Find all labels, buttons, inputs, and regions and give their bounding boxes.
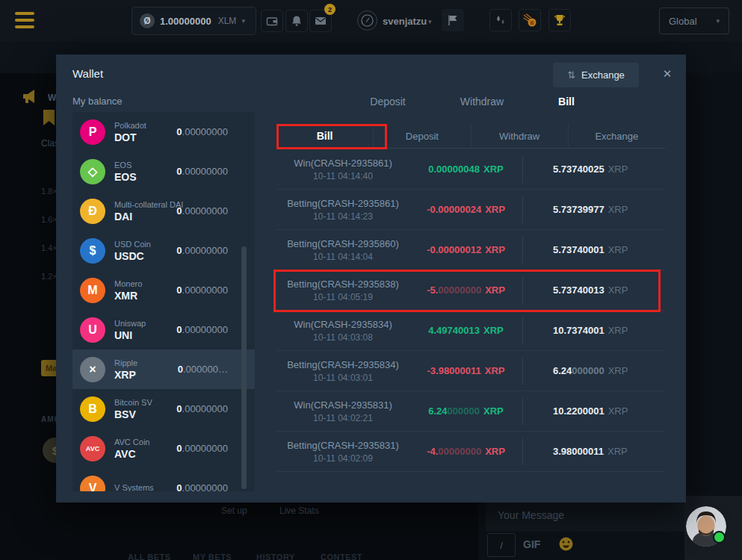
wallet-button[interactable] [261, 10, 283, 32]
coin-balance: 0.00000000 [176, 284, 228, 296]
coin-icon: U [80, 317, 105, 343]
coin-name: EOS [114, 161, 137, 169]
footer-tab[interactable]: HISTORY [256, 553, 295, 560]
transaction-amount: 4.49740013XRP [409, 325, 522, 336]
contest-button[interactable] [548, 9, 571, 31]
coin-balance-frac: .00000000 [182, 443, 228, 454]
footer-tab[interactable]: CONTEST [321, 553, 362, 560]
wallet-tabs: DepositWithdrawBill [276, 96, 665, 113]
transaction-row: Betting(CRASH-2935860) 10-11 04:14:04 -0… [276, 230, 665, 270]
multiplier-axis: 1.8×1.6×1.4×1.2× [41, 187, 58, 300]
transaction-row: Betting(CRASH-2935838) 10-11 04:05:19 -5… [276, 270, 665, 311]
coin-row[interactable]: V V Systems 0.00000000 [72, 468, 255, 491]
username[interactable]: svenjatzu [383, 16, 427, 27]
coin-name: Polkadot [114, 121, 146, 130]
wallet-tab-deposit[interactable]: Deposit [370, 96, 405, 108]
transaction-time: 10-11 04:02:09 [276, 453, 409, 464]
close-icon[interactable]: ✕ [658, 65, 676, 83]
menu-icon[interactable] [15, 12, 34, 32]
xlm-coin-icon: Ø [140, 13, 155, 28]
exchange-button[interactable]: ⇅ Exchange [553, 63, 639, 87]
chevron-down-icon: ▾ [428, 18, 432, 25]
transaction-amount: -5.00000000XRP [409, 284, 522, 296]
coin-balance-int: 0 [176, 324, 182, 335]
coin-balance-int: 0 [176, 126, 182, 137]
coin-row[interactable]: M Monero XMR 0.00000000 [72, 270, 255, 310]
coin-icon: B [80, 396, 105, 422]
transaction-balance: 5.73739977XRP [523, 204, 665, 215]
mail-badge: 2 [324, 4, 336, 15]
transaction-label: Betting(CRASH-2935831) 10-11 04:02:09 [276, 440, 409, 464]
currency-label: XLM [218, 16, 237, 26]
footer-tab[interactable]: ALL BETS [128, 553, 171, 560]
user-avatar-icon[interactable] [357, 10, 377, 31]
subtab-exchange[interactable]: Exchange [569, 124, 665, 148]
topbar: Ø 1.00000000 XLM ▾ 2 svenjatzu ▾ B [0, 0, 742, 42]
notifications-button[interactable] [285, 10, 308, 32]
bill-subtabs: BillDepositWithdrawExchange [276, 124, 665, 149]
coin-row[interactable]: ◇ EOS EOS 0.00000000 [72, 152, 255, 191]
coin-text: Uniswap UNI [114, 319, 146, 341]
multiplier-label: 1.6× [41, 215, 58, 243]
coin-row[interactable]: P Polkadot DOT 0.00000000 [72, 112, 255, 152]
transaction-balance: 6.24000000XRP [523, 365, 665, 376]
coin-balance-int: 0 [176, 205, 182, 217]
live-stats-tab[interactable]: Live Stats [279, 505, 319, 516]
rain-button[interactable] [489, 9, 512, 31]
coin-text: USD Coin USDC [114, 240, 151, 262]
slash-command-button[interactable]: / [487, 533, 516, 557]
wallet-modal: Wallet ⇅ Exchange ✕ My balance P Polkado… [56, 55, 686, 503]
rain-icon [494, 13, 507, 27]
coin-text: V Systems [114, 483, 154, 492]
coin-text: Ripple XRP [114, 358, 137, 381]
transaction-name: Win(CRASH-2935834) [276, 319, 409, 330]
transaction-name: Win(CRASH-2935831) [276, 399, 409, 411]
setup-tab[interactable]: Set up [221, 505, 247, 516]
online-status-dot [713, 531, 726, 544]
subtab-deposit[interactable]: Deposit [374, 124, 471, 148]
region-dropdown[interactable]: Global ▾ [659, 7, 729, 34]
coin-row[interactable]: B Bitcoin SV BSV 0.00000000 [72, 389, 255, 429]
coin-icon: ◇ [80, 159, 105, 184]
coin-row[interactable]: AVC AVC Coin AVC 0.00000000 [72, 429, 255, 468]
balance-selector[interactable]: Ø 1.00000000 XLM ▾ [132, 7, 256, 35]
coin-symbol: USDC [114, 250, 151, 262]
chevron-down-icon: ▾ [716, 17, 720, 25]
fireball-button[interactable]: B [519, 9, 541, 31]
coin-symbol: BSV [114, 408, 152, 420]
gif-button[interactable]: GIF [523, 538, 540, 550]
coin-balance-int: 0 [176, 443, 182, 454]
coin-balance-int: 0 [176, 482, 182, 491]
coin-balance: 0.00000000 [176, 205, 228, 217]
coin-list-scrollbar[interactable] [241, 246, 247, 489]
coin-name: Bitcoin SV [114, 398, 152, 407]
coin-row[interactable]: × Ripple XRP 0.000000… › [72, 349, 255, 389]
coin-row[interactable]: U Uniswap UNI 0.00000000 [72, 310, 255, 349]
clock-icon [361, 14, 374, 27]
coin-text: AVC Coin AVC [114, 438, 149, 460]
coin-row[interactable]: $ USD Coin USDC 0.00000000 [72, 231, 255, 270]
wallet-tab-withdraw[interactable]: Withdraw [460, 96, 504, 108]
coin-balance: 0.000000… [178, 364, 228, 375]
footer-tab[interactable]: MY BETS [193, 553, 232, 560]
subtab-bill[interactable]: Bill [276, 124, 374, 148]
subtab-withdraw[interactable]: Withdraw [472, 124, 569, 148]
transaction-amount: -0.00000024XRP [409, 204, 522, 215]
transaction-name: Betting(CRASH-2935860) [276, 238, 409, 249]
transaction-row: Win(CRASH-2935834) 10-11 04:03:08 4.4974… [276, 311, 665, 351]
fireball-icon: B [522, 13, 537, 28]
language-button[interactable] [442, 9, 464, 31]
coin-symbol: XRP [114, 369, 137, 381]
bookmark-icon [43, 110, 55, 125]
bell-icon [291, 15, 303, 27]
wallet-tab-bill[interactable]: Bill [558, 96, 575, 108]
svg-text:B: B [531, 20, 534, 25]
coin-name: V Systems [114, 483, 154, 492]
coin-symbol: UNI [114, 329, 146, 341]
emoji-button[interactable] [558, 536, 574, 552]
coin-row[interactable]: Ð Multi-collateral DAI DAI 0.00000000 [72, 191, 255, 231]
coin-balance: 0.00000000 [176, 482, 228, 491]
coin-balance-int: 0 [176, 245, 182, 256]
transaction-row: Betting(CRASH-2935861) 10-11 04:14:23 -0… [276, 190, 665, 230]
coin-balance: 0.00000000 [176, 403, 228, 414]
